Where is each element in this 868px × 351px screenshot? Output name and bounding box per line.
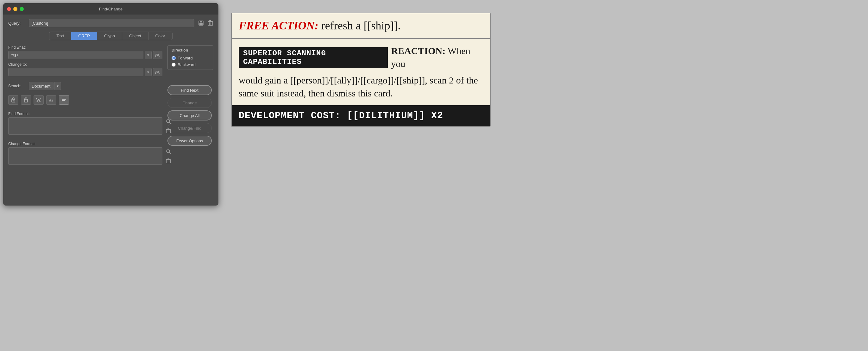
save-query-button[interactable] bbox=[197, 20, 205, 27]
find-format-delete-button[interactable] bbox=[164, 127, 173, 135]
tab-glyph[interactable]: Glyph bbox=[97, 32, 122, 40]
panel-title: Find/Change bbox=[99, 7, 123, 11]
svg-line-22 bbox=[169, 152, 170, 154]
font-icon[interactable]: Aa bbox=[46, 95, 56, 105]
card-row-1: FREE ACTION: refresh a [[ship]]. bbox=[232, 13, 490, 39]
reaction-label: REACTION: bbox=[391, 45, 445, 56]
svg-rect-23 bbox=[166, 160, 170, 163]
scanning-badge: SUPERIOR SCANNING CAPABILITIES bbox=[239, 47, 388, 68]
search-row: Search: Document ▼ bbox=[8, 82, 162, 90]
find-format-wrapper bbox=[8, 117, 162, 135]
query-select[interactable]: [Custom] bbox=[29, 19, 194, 27]
lock-word-icon[interactable]: Aa bbox=[21, 95, 31, 105]
query-label: Query: bbox=[8, 21, 26, 26]
change-to-label: Change to: bbox=[8, 62, 162, 67]
svg-rect-2 bbox=[199, 23, 203, 25]
titlebar: Find/Change bbox=[3, 3, 218, 14]
change-to-section: Change to: ▼ @, bbox=[8, 62, 162, 76]
find-next-button[interactable]: Find Next bbox=[167, 85, 212, 95]
svg-rect-18 bbox=[166, 130, 170, 133]
svg-rect-3 bbox=[208, 22, 212, 26]
card-display: FREE ACTION: refresh a [[ship]]. SUPERIO… bbox=[231, 13, 491, 127]
direction-title: Direction bbox=[172, 48, 209, 52]
find-change-panel: Find/Change Query: [Custom] bbox=[3, 3, 218, 206]
svg-line-17 bbox=[169, 122, 170, 124]
fewer-options-button[interactable]: Fewer Options bbox=[167, 136, 212, 146]
delete-query-button[interactable] bbox=[207, 20, 213, 27]
find-what-at-button[interactable]: @, bbox=[153, 51, 162, 59]
layers-icon[interactable] bbox=[34, 95, 44, 105]
svg-rect-1 bbox=[200, 21, 202, 23]
find-format-label: Find Format: bbox=[8, 112, 162, 116]
change-to-dropdown[interactable]: ▼ bbox=[145, 68, 152, 76]
form-right: Direction Forward Backward Find Next Cha… bbox=[167, 45, 213, 165]
backward-radio-label[interactable]: Backward bbox=[172, 62, 209, 67]
tab-object[interactable]: Object bbox=[122, 32, 149, 40]
search-select[interactable]: Document bbox=[29, 82, 54, 90]
find-format-search-button[interactable] bbox=[164, 117, 173, 126]
reaction-text: REACTION: When you bbox=[391, 44, 483, 70]
query-row: Query: [Custom] bbox=[8, 19, 213, 27]
find-what-dropdown[interactable]: ▼ bbox=[145, 51, 152, 59]
svg-point-9 bbox=[13, 101, 14, 102]
card-row-2: SUPERIOR SCANNING CAPABILITIES REACTION:… bbox=[232, 39, 490, 105]
icon-row: Aa Aa bbox=[8, 95, 162, 105]
find-what-input[interactable] bbox=[8, 51, 144, 59]
svg-point-21 bbox=[166, 149, 170, 153]
free-action-text: FREE ACTION: refresh a [[ship]]. bbox=[239, 19, 401, 32]
change-format-box bbox=[8, 147, 162, 165]
search-label: Search: bbox=[8, 84, 26, 88]
forward-label: Forward bbox=[178, 56, 193, 60]
close-button[interactable] bbox=[7, 7, 11, 11]
tab-text[interactable]: Text bbox=[50, 32, 71, 40]
find-what-section: Find what: ▼ @, bbox=[8, 45, 162, 59]
free-action-body: refresh a [[ship]]. bbox=[318, 19, 401, 32]
main-content: FREE ACTION: refresh a [[ship]]. SUPERIO… bbox=[218, 0, 868, 133]
reaction-body: would gain a [[person]]/[[ally]]/[[cargo… bbox=[239, 74, 483, 100]
window-controls bbox=[7, 7, 24, 11]
change-format-side-icons bbox=[164, 147, 173, 165]
change-format-label: Change Format: bbox=[8, 142, 162, 146]
tab-grep[interactable]: GREP bbox=[71, 32, 97, 40]
change-to-at-button[interactable]: @, bbox=[153, 68, 162, 76]
paragraph-icon[interactable] bbox=[59, 95, 69, 105]
change-find-button: Change/Find bbox=[167, 123, 212, 133]
change-all-button[interactable]: Change All bbox=[167, 110, 212, 120]
change-to-input[interactable] bbox=[8, 68, 144, 76]
backward-radio[interactable] bbox=[172, 63, 176, 67]
find-format-section: Find Format: bbox=[8, 112, 162, 135]
form-left: Find what: ▼ @, Change to: ▼ @, bbox=[8, 45, 162, 165]
change-format-section: Change Format: bbox=[8, 142, 162, 165]
tabs-row: Text GREP Glyph Object Color bbox=[49, 32, 172, 40]
svg-point-16 bbox=[166, 119, 170, 123]
svg-rect-15 bbox=[62, 100, 65, 101]
find-format-box bbox=[8, 117, 162, 135]
svg-text:Aa: Aa bbox=[24, 97, 26, 99]
card-row-3: DEVELOPMENT COST: [[dilithium]] x2 bbox=[232, 105, 490, 126]
maximize-button[interactable] bbox=[20, 7, 24, 11]
svg-rect-10 bbox=[24, 99, 28, 102]
dev-cost-text: DEVELOPMENT COST: [[dilithium]] x2 bbox=[239, 110, 483, 121]
change-format-wrapper bbox=[8, 147, 162, 165]
change-format-search-button[interactable] bbox=[164, 147, 173, 155]
tab-color[interactable]: Color bbox=[149, 32, 172, 40]
find-what-label: Find what: bbox=[8, 45, 162, 50]
change-to-row: ▼ @, bbox=[8, 68, 162, 76]
direction-box: Direction Forward Backward bbox=[167, 45, 213, 70]
find-format-side-icons bbox=[164, 117, 173, 135]
search-dropdown-arrow[interactable]: ▼ bbox=[54, 82, 61, 90]
backward-label: Backward bbox=[178, 62, 196, 67]
free-action-label: FREE ACTION: bbox=[239, 19, 318, 32]
minimize-button[interactable] bbox=[13, 7, 18, 11]
lock-case-icon[interactable] bbox=[8, 95, 18, 105]
forward-radio[interactable] bbox=[172, 56, 176, 60]
forward-radio-label[interactable]: Forward bbox=[172, 56, 209, 60]
query-icons bbox=[197, 20, 213, 27]
svg-rect-13 bbox=[62, 98, 66, 98]
svg-text:Aa: Aa bbox=[49, 98, 54, 102]
change-format-delete-button[interactable] bbox=[164, 157, 173, 165]
find-what-row: ▼ @, bbox=[8, 51, 162, 59]
action-buttons: Find Next Change Change All Change/Find … bbox=[167, 72, 213, 146]
scanning-header: SUPERIOR SCANNING CAPABILITIES REACTION:… bbox=[239, 44, 483, 70]
form-section: Find what: ▼ @, Change to: ▼ @, bbox=[8, 45, 213, 165]
